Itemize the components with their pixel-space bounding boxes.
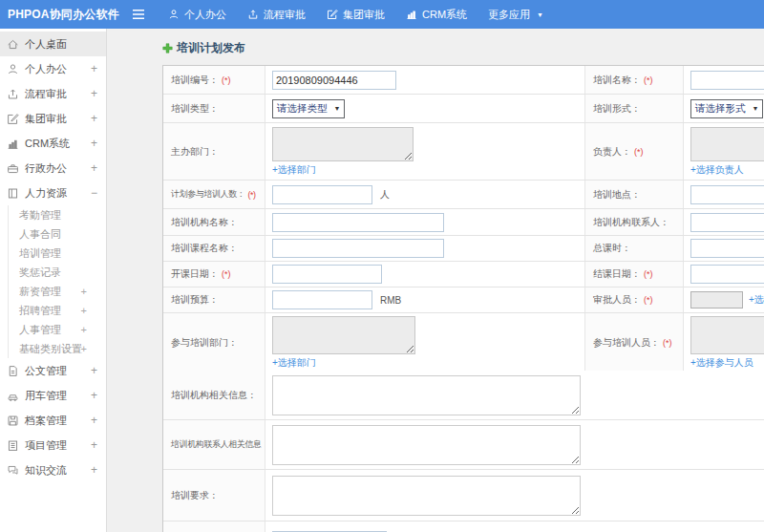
- hr-submenu: 考勤管理 人事合同 培训管理 奖惩记录 薪资管理+ 招聘管理+ 人事管理+ 基础…: [8, 205, 106, 358]
- sidebar-item-admin-office[interactable]: 行政办公 +: [0, 156, 106, 181]
- leader-textarea[interactable]: [690, 127, 764, 161]
- training-form-select[interactable]: 请选择形式▼: [690, 99, 763, 118]
- menu-item-crm-system[interactable]: CRM系统: [406, 8, 467, 22]
- total-hours-input[interactable]: [690, 239, 764, 258]
- label-training-form: 培训形式：: [585, 95, 684, 122]
- home-icon: [7, 38, 19, 51]
- required-star: (*): [644, 295, 653, 305]
- sidebar-item-group-approval[interactable]: 集团审批 +: [0, 106, 106, 131]
- edit-icon: [327, 9, 338, 20]
- org-contact-info-textarea[interactable]: [272, 425, 581, 465]
- sidebar-subitem-attendance[interactable]: 考勤管理: [9, 205, 106, 224]
- project-icon: [7, 439, 19, 452]
- select-leader-link[interactable]: +选择负责人: [690, 163, 744, 177]
- label-approver: 审批人员：(*): [585, 287, 684, 312]
- sidebar-item-crm-system[interactable]: CRM系统 +: [0, 131, 106, 156]
- required-star: (*): [222, 75, 231, 85]
- top-header: PHPOA协同办公软件 个人办公 流程审批 集团审批 CRM系统 更多应用 ▼: [0, 0, 764, 29]
- select-dept-link[interactable]: +选择部门: [272, 163, 316, 177]
- sidebar-item-project-management[interactable]: 项目管理 +: [0, 433, 106, 458]
- sidebar-subitem-hr-contract[interactable]: 人事合同: [9, 224, 106, 244]
- label-start-date: 开课日期：(*): [163, 262, 265, 287]
- sidebar-item-human-resources[interactable]: 人力资源 −: [0, 181, 106, 205]
- menu-item-more-apps[interactable]: 更多应用 ▼: [488, 8, 543, 22]
- expand-plus-icon[interactable]: +: [91, 112, 97, 125]
- sidebar-item-personal-office[interactable]: 个人办公 +: [0, 56, 106, 81]
- expand-plus-icon[interactable]: +: [91, 137, 97, 150]
- upload-icon: [247, 9, 259, 20]
- form-row: 附件文档： +附件上传: [163, 521, 764, 532]
- sidebar-subitem-base-category[interactable]: 基础类别设置+: [9, 339, 106, 358]
- document-icon: [7, 365, 19, 377]
- expand-plus-icon[interactable]: +: [91, 463, 97, 477]
- budget-input[interactable]: [272, 290, 372, 309]
- expand-plus-icon[interactable]: +: [81, 305, 87, 316]
- expand-plus-icon[interactable]: +: [91, 62, 97, 75]
- collapse-minus-icon[interactable]: −: [91, 186, 97, 200]
- expand-plus-icon[interactable]: +: [91, 161, 97, 175]
- training-type-select[interactable]: 请选择类型▼: [272, 99, 345, 118]
- caret-down-icon: ▼: [753, 105, 759, 112]
- join-depts-textarea[interactable]: [272, 316, 415, 354]
- sidebar-item-vehicle-management[interactable]: 用车管理 +: [0, 383, 106, 408]
- sidebar-item-workflow-approval[interactable]: 流程审批 +: [0, 81, 106, 106]
- label-total-hours: 总课时：: [585, 236, 684, 261]
- menu-item-workflow-approval[interactable]: 流程审批: [247, 8, 306, 22]
- label-org-contact-info: 培训机构联系人相关信息：: [163, 420, 265, 469]
- hamburger-icon: [132, 9, 145, 20]
- expand-plus-icon[interactable]: +: [81, 343, 87, 354]
- org-name-input[interactable]: [272, 213, 444, 232]
- expand-plus-icon[interactable]: +: [81, 286, 87, 297]
- expand-plus-icon[interactable]: +: [91, 414, 97, 427]
- training-plan-form: 培训编号：(*) 培训名称：(*) 培训类型： 请选择类型▼ 培训形式： 请选择…: [162, 65, 764, 532]
- select-approver-link[interactable]: +选择审批人员: [749, 293, 764, 307]
- currency-suffix: RMB: [380, 295, 401, 306]
- approver-input[interactable]: [690, 291, 743, 309]
- required-star: (*): [644, 269, 653, 279]
- label-requirements: 培训要求：: [163, 470, 265, 521]
- sidebar-item-personal-desktop[interactable]: 个人桌面: [0, 32, 106, 56]
- form-row: 培训机构联系人相关信息：: [163, 420, 764, 470]
- book-icon: [7, 187, 19, 200]
- requirements-textarea[interactable]: [272, 476, 581, 516]
- user-icon: [168, 9, 180, 20]
- sidebar-subitem-personnel[interactable]: 人事管理+: [9, 320, 106, 339]
- expand-plus-icon[interactable]: +: [91, 389, 97, 402]
- caret-down-icon: ▼: [537, 11, 543, 18]
- host-dept-textarea[interactable]: [272, 127, 414, 161]
- select-dept-link[interactable]: +选择部门: [272, 356, 316, 370]
- sidebar-item-knowledge-exchange[interactable]: 知识交流 +: [0, 458, 106, 482]
- planned-count-input[interactable]: [272, 185, 372, 204]
- join-people-textarea[interactable]: [690, 316, 764, 354]
- expand-plus-icon[interactable]: +: [91, 364, 97, 377]
- org-contact-input[interactable]: [690, 213, 764, 232]
- end-date-input[interactable]: [690, 265, 764, 284]
- sidebar-subitem-recruitment[interactable]: 招聘管理+: [9, 301, 106, 320]
- label-host-dept: 主办部门：: [163, 123, 265, 180]
- location-input[interactable]: [690, 185, 764, 204]
- sidebar-subitem-salary[interactable]: 薪资管理+: [9, 282, 106, 301]
- course-name-input[interactable]: [272, 239, 444, 258]
- menu-item-personal-office[interactable]: 个人办公: [168, 8, 226, 22]
- expand-plus-icon[interactable]: +: [91, 438, 97, 452]
- org-info-textarea[interactable]: [272, 375, 581, 415]
- expand-plus-icon[interactable]: +: [91, 87, 97, 100]
- hamburger-button[interactable]: [132, 9, 151, 20]
- sidebar-subitem-training-management[interactable]: 培训管理: [9, 244, 106, 263]
- sidebar-item-archive-management[interactable]: 档案管理 +: [0, 408, 106, 433]
- car-icon: [7, 390, 19, 402]
- sidebar-item-document-management[interactable]: 公文管理 +: [0, 358, 106, 383]
- start-date-input[interactable]: [272, 265, 382, 284]
- training-name-input[interactable]: [690, 71, 764, 90]
- chat-icon: [7, 464, 19, 477]
- menu-item-group-approval[interactable]: 集团审批: [327, 8, 385, 22]
- main-content: 培训计划发布 培训编号：(*) 培训名称：(*) 培训类型： 请选择类型▼ 培训…: [107, 29, 764, 532]
- label-budget: 培训预算：: [163, 287, 265, 312]
- label-planned-count: 计划参与培训人数：(*): [163, 181, 265, 208]
- form-row: 培训机构相关信息：: [163, 371, 764, 420]
- select-participants-link[interactable]: +选择参与人员: [690, 356, 753, 370]
- form-row: 培训编号：(*) 培训名称：(*): [163, 66, 764, 95]
- training-no-input[interactable]: [272, 71, 396, 90]
- expand-plus-icon[interactable]: +: [81, 324, 87, 335]
- sidebar-subitem-reward-punishment[interactable]: 奖惩记录: [9, 263, 106, 282]
